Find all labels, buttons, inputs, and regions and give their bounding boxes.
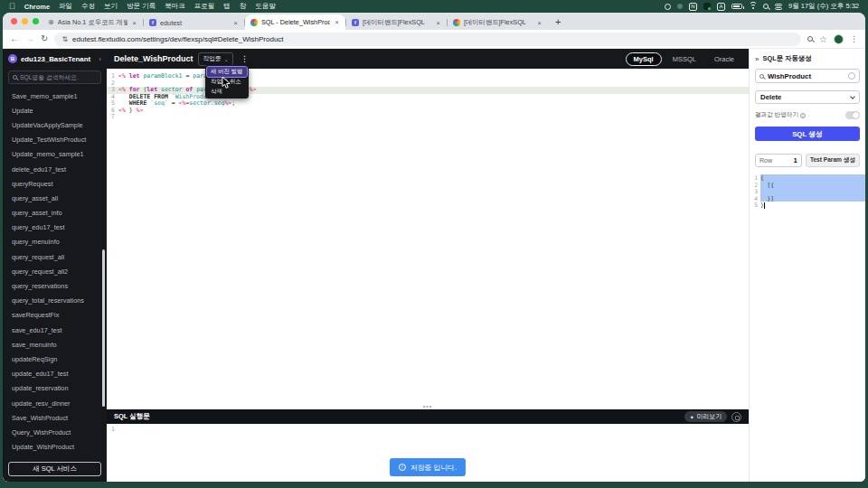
sql-service-item[interactable]: save_edu17_test	[3, 323, 107, 337]
sql-service-item[interactable]: saveRequestFix	[3, 308, 107, 323]
row-count-input[interactable]: Row 1	[755, 154, 802, 167]
sql-service-item[interactable]: updateReqSign	[3, 352, 107, 366]
db-tab-oracle[interactable]: Oracle	[707, 53, 741, 65]
sql-service-item[interactable]: query_request_all2	[3, 264, 107, 278]
status-dropdown[interactable]: 작업중 ⌄	[198, 52, 232, 66]
browser-tab[interactable]: SQL - Delete_WishProduct×	[245, 14, 345, 30]
input-source-icon[interactable]	[703, 3, 711, 10]
tab-title: edutest	[160, 19, 229, 27]
menubar-item[interactable]: 북마크	[165, 2, 185, 11]
control-center-icon[interactable]	[775, 4, 782, 10]
document-menu-icon[interactable]: ⋮	[239, 54, 250, 63]
clear-icon[interactable]	[848, 72, 855, 80]
bookmark-icon[interactable]: ☆	[819, 34, 827, 44]
sql-service-item[interactable]: query_menuInfo	[3, 235, 107, 249]
sql-service-item[interactable]: update_reservation	[3, 381, 107, 396]
search-tabs-icon[interactable]	[807, 36, 813, 42]
sql-service-item[interactable]: delete_edu17_test	[3, 162, 107, 176]
code-line: 1<% let paramBlock1 = paramBlock1 %>	[107, 73, 749, 80]
sql-service-item[interactable]: Update_TestWishProduct	[3, 133, 107, 147]
profile-avatar[interactable]	[834, 34, 844, 44]
db-tab-mysql[interactable]: MySql	[626, 52, 662, 66]
line-number: 3	[751, 188, 760, 195]
status-dot-icon[interactable]	[677, 4, 683, 9]
menubar-item[interactable]: 창	[240, 2, 247, 11]
tenant-selector[interactable]: B edu123_BasicTenant ›	[3, 49, 107, 67]
sql-service-item[interactable]: Update	[3, 103, 107, 117]
browser-tab[interactable]: fedutest×	[144, 15, 244, 30]
menubar-clock[interactable]: 9월 17일 (수) 오후 5:32	[788, 2, 859, 11]
sql-service-item[interactable]: Update_WishProduct	[3, 440, 107, 455]
wifi-icon[interactable]	[749, 4, 757, 10]
menubar-item[interactable]: 프로필	[194, 2, 215, 11]
maximize-window-button[interactable]	[33, 18, 39, 24]
notion-icon[interactable]: N	[689, 3, 697, 11]
db-tab-mssql[interactable]: MSSQL	[665, 53, 703, 65]
sidebar-scrollbar[interactable]	[102, 249, 105, 407]
close-tab-icon[interactable]: ×	[232, 19, 239, 27]
test-param-editor[interactable]: 1{2 [{34 }]5}	[751, 174, 865, 209]
forward-icon[interactable]: →	[25, 34, 34, 43]
sql-service-item[interactable]: query_asset_all	[3, 191, 107, 205]
sql-code-editor[interactable]: 1<% let paramBlock1 = paramBlock1 %>23<%…	[107, 69, 749, 405]
apple-menu-icon[interactable]: 	[9, 3, 15, 11]
close-tab-icon[interactable]: ×	[435, 19, 441, 27]
statement-value: Delete	[760, 93, 851, 101]
spotlight-icon[interactable]	[763, 4, 769, 9]
menubar-app-name[interactable]: Chrome	[24, 3, 50, 11]
sql-service-item[interactable]: UpdateVacApplySample	[3, 117, 107, 132]
sql-service-item[interactable]: Query_WishProduct	[3, 425, 107, 439]
browser-tab[interactable]: f[데이터밴드]FlexSQL×	[346, 15, 447, 30]
sql-service-item[interactable]: query_asset_info	[3, 206, 107, 221]
battery-icon[interactable]	[731, 4, 742, 9]
sql-search-input[interactable]: SQL명을 검색하세요.	[8, 70, 101, 84]
close-tab-icon[interactable]: ×	[131, 19, 137, 27]
sql-service-item[interactable]: query_edu17_test	[3, 221, 107, 235]
reflect-result-toggle[interactable]	[845, 111, 860, 119]
close-window-button[interactable]	[11, 18, 17, 24]
close-tab-icon[interactable]: ×	[334, 18, 340, 26]
sql-service-item[interactable]: update_edu17_test	[3, 367, 107, 381]
menubar-item[interactable]: 보기	[104, 2, 118, 11]
record-icon[interactable]	[665, 4, 671, 10]
minimize-window-button[interactable]	[22, 18, 28, 24]
browser-tab[interactable]: ⊕Asia No.1 로우코드 개발 플랫폼 |×	[42, 15, 143, 30]
sql-service-item[interactable]: update_resv_dinner	[3, 396, 107, 410]
row-label: Row	[760, 157, 772, 164]
statement-select[interactable]: Delete	[755, 90, 860, 104]
menubar-item[interactable]: 파일	[59, 2, 72, 11]
sql-service-item[interactable]: Save_WishProduct	[3, 410, 107, 425]
preview-button[interactable]: ✦ 미리보기	[684, 411, 727, 422]
reload-icon[interactable]: ↻	[41, 34, 48, 43]
sql-service-item[interactable]: query_reservations	[3, 278, 107, 293]
sql-service-item[interactable]: queryRequest	[3, 176, 107, 191]
exec-panel-header: SQL 실행문 ✦ 미리보기	[107, 409, 749, 424]
url-text[interactable]: edutest.flextudio.com/settings/dev/flexs…	[72, 35, 283, 43]
param-line: 5}	[751, 202, 865, 209]
table-search-input[interactable]: WishProduct	[755, 69, 860, 83]
collapse-panel-icon[interactable]: »	[755, 55, 759, 63]
sql-service-item[interactable]: query_request_all	[3, 249, 107, 264]
generate-test-param-button[interactable]: Test Param 생성	[806, 154, 860, 167]
browser-menu-icon[interactable]: ⋮	[850, 34, 858, 43]
menubar-item[interactable]: 수정	[81, 2, 95, 11]
sql-service-item[interactable]: save_menuinfo	[3, 337, 107, 352]
address-bar[interactable]: ⇅ edutest.flextudio.com/settings/dev/fle…	[54, 33, 801, 46]
back-icon[interactable]: ←	[10, 34, 19, 43]
menubar-item[interactable]: 방문 기록	[127, 2, 156, 11]
menubar-item[interactable]: 도움말	[255, 2, 276, 11]
close-tab-icon[interactable]: ×	[536, 19, 542, 27]
panel-resize-handle[interactable]: •••	[107, 405, 749, 409]
exec-settings-icon[interactable]	[731, 412, 741, 422]
site-settings-icon[interactable]: ⇅	[61, 35, 68, 43]
menubar-item[interactable]: 탭	[223, 2, 231, 11]
sql-service-item[interactable]: Save_memo_sample1	[3, 89, 107, 103]
sql-service-item[interactable]: query_total_reservations	[3, 294, 107, 308]
new-sql-service-button[interactable]: 새 SQL 서비스	[8, 462, 101, 476]
new-tab-button[interactable]: +	[555, 16, 561, 27]
chevron-right-icon[interactable]: ›	[99, 55, 101, 63]
language-a-icon[interactable]: A	[717, 3, 725, 11]
browser-tab[interactable]: [데이터밴드]FlexSQL×	[448, 15, 548, 30]
generate-sql-button[interactable]: SQL 생성	[755, 127, 860, 141]
sql-service-item[interactable]: Update_memo_sample1	[3, 147, 107, 162]
